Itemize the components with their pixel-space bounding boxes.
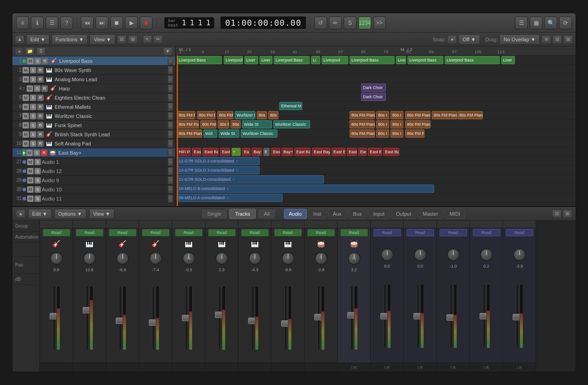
clip-eb-east-b[interactable]: East B bbox=[220, 148, 230, 156]
functions-menu[interactable]: Functions ▼ bbox=[51, 34, 88, 45]
clip-fm-bass-8[interactable]: 80s FM Piano bbox=[405, 120, 430, 128]
clip-fm-lead-5[interactable]: 80s FM Pia bbox=[405, 129, 424, 138]
clip-fm-bass-7[interactable]: 80s I bbox=[390, 120, 403, 128]
cycle-button[interactable]: ↺ bbox=[314, 17, 327, 29]
type-tab-inst[interactable]: Inst bbox=[308, 209, 327, 219]
track-row-6[interactable]: 6 M S R 🎹 Ethereal Mallets ○ bbox=[12, 102, 175, 112]
clip-liverpool-1[interactable]: Liverpool Bass bbox=[177, 56, 222, 64]
snap-value[interactable]: Off ▼ bbox=[458, 34, 480, 45]
overview-button[interactable]: ≡ bbox=[16, 17, 29, 29]
track-settings-button[interactable]: ▼ bbox=[163, 47, 172, 56]
link-button[interactable]: ⊞ bbox=[564, 35, 573, 44]
more-button[interactable]: >> bbox=[373, 17, 386, 29]
consolidated-clip-2[interactable]: 13-GTR SOLO 3-consolidated ○ bbox=[177, 166, 260, 174]
clip-fm-6[interactable]: 80s FM Piano bbox=[350, 111, 375, 119]
track-row-31[interactable]: 31 M S Audio 11 ○ bbox=[12, 194, 175, 203]
clip-eb-ea[interactable]: Ea bbox=[242, 148, 250, 156]
solo-btn-1[interactable]: S bbox=[34, 58, 41, 64]
clip-liverpool-4[interactable]: Liver bbox=[260, 56, 272, 64]
layout-btn-2[interactable]: ⊞ bbox=[563, 210, 572, 218]
type-tab-input[interactable]: Input bbox=[368, 209, 390, 219]
track-settings-9[interactable]: ○ bbox=[168, 130, 173, 139]
fader-track-9[interactable] bbox=[317, 286, 320, 350]
score-button[interactable]: 1234 bbox=[358, 17, 371, 29]
mute-btn-4[interactable]: M bbox=[27, 85, 33, 92]
track-row-4[interactable]: 4 7 M S R 🎸 Harp ○ bbox=[12, 84, 175, 93]
record-btn-1[interactable]: R bbox=[42, 58, 48, 64]
track-row-10[interactable]: 10 M S R 🎹 Soft Analog Pad ○ bbox=[12, 139, 175, 148]
clip-liverpool-10[interactable]: Liverpool Bass bbox=[407, 56, 443, 64]
record-btn-8[interactable]: R bbox=[37, 122, 44, 128]
fader-track-3[interactable] bbox=[119, 286, 122, 350]
clip-eb-bay[interactable]: Bay+ bbox=[252, 148, 262, 156]
clip-eb-bay2[interactable]: Bay+ bbox=[282, 148, 293, 156]
clip-liverpool-6[interactable]: Li bbox=[311, 56, 320, 64]
mixer-view-menu[interactable]: View ▼ bbox=[89, 209, 115, 219]
fader-track-4[interactable] bbox=[152, 286, 155, 350]
type-tab-audio[interactable]: Audio bbox=[284, 209, 307, 219]
clip-eb-eas2[interactable]: Eas bbox=[271, 148, 280, 156]
tab-all[interactable]: All bbox=[258, 209, 275, 219]
record-btn-10[interactable]: R bbox=[37, 140, 44, 147]
track-row-1[interactable]: 1 M S R 🎸 Liverpool Bass ○ bbox=[12, 56, 175, 66]
pan-knob-14[interactable] bbox=[480, 248, 493, 261]
type-tab-output[interactable]: Output bbox=[391, 209, 416, 219]
track-row-28[interactable]: 28 M S Audio 12 ○ bbox=[12, 167, 175, 176]
clip-eb-east-bay3[interactable]: East Bay bbox=[332, 148, 345, 156]
clip-dark-choir-1[interactable]: Dark Choir bbox=[361, 84, 386, 92]
record-button[interactable]: ⏺ bbox=[140, 17, 153, 29]
solo-btn-9[interactable]: S bbox=[30, 131, 36, 138]
mute-btn-6[interactable]: M bbox=[23, 104, 29, 110]
track-row-11[interactable]: 11 ▶ M S R 🥁 East Bay+ ○ bbox=[12, 148, 175, 157]
pan-knob-1[interactable] bbox=[50, 252, 63, 265]
record-btn-9[interactable]: R bbox=[37, 131, 44, 138]
solo-btn-2[interactable]: S bbox=[30, 67, 36, 73]
pointer-tool[interactable]: ↖ bbox=[143, 35, 152, 44]
clip-fm-bass-5[interactable]: 80s FM Piano bbox=[350, 120, 375, 128]
fader-track-2[interactable] bbox=[86, 286, 89, 350]
add-folder-button[interactable]: 📁 bbox=[25, 47, 34, 56]
read-btn-13[interactable]: Read bbox=[440, 229, 467, 236]
track-settings-1[interactable]: ○ bbox=[168, 57, 173, 65]
clip-eb-eas[interactable]: Eas bbox=[192, 148, 201, 156]
zoom-out-button[interactable]: ⊟ bbox=[117, 35, 126, 44]
mute-btn-29[interactable]: M bbox=[27, 177, 34, 184]
track-settings-29[interactable]: ○ bbox=[168, 176, 173, 184]
stop-button[interactable]: ⏹ bbox=[110, 17, 123, 29]
clip-eb-plus[interactable]: + bbox=[232, 148, 241, 156]
clip-fm-lead-1[interactable]: 80s FM Piano bbox=[177, 129, 202, 138]
clip-eb-hifi[interactable]: HiFi P bbox=[177, 148, 191, 156]
clip-fm-10[interactable]: 80s FM Piano bbox=[432, 111, 457, 119]
solo-btn-8[interactable]: S bbox=[30, 122, 36, 128]
clip-ethereal-m[interactable]: Ethereal M bbox=[279, 102, 302, 110]
consolidated-clip-4[interactable]: 10-MELO B-consolidated ○ bbox=[177, 184, 434, 193]
pan-knob-2[interactable] bbox=[83, 252, 96, 265]
clip-fm-9[interactable]: 80s FM Piano bbox=[405, 111, 430, 119]
fader-track-11[interactable] bbox=[384, 284, 386, 348]
clip-liverpool-7[interactable]: Liverpool bbox=[322, 56, 348, 64]
tab-single[interactable]: Single bbox=[201, 209, 227, 219]
solo-btn-6[interactable]: S bbox=[30, 104, 36, 110]
consolidated-clip-5[interactable]: 09-MELO A-consolidated ○ bbox=[177, 194, 283, 202]
solo-btn-28[interactable]: S bbox=[34, 168, 41, 174]
clip-fm-bass-6[interactable]: 80s I bbox=[376, 120, 389, 128]
waveform-button[interactable]: ≋ bbox=[542, 35, 551, 44]
pencil-button[interactable]: ✏ bbox=[329, 17, 342, 29]
mixer-edit-menu[interactable]: Edit ▼ bbox=[28, 209, 51, 219]
pan-knob-10[interactable]: +3 bbox=[348, 252, 361, 265]
track-settings-3[interactable]: ○ bbox=[168, 75, 173, 84]
mute-btn-3[interactable]: M bbox=[23, 76, 29, 83]
layout-btn-1[interactable]: ⊟ bbox=[552, 210, 561, 218]
clip-fm-1[interactable]: 80s FM Pi bbox=[177, 111, 195, 119]
pan-knob-11[interactable] bbox=[381, 248, 394, 261]
clip-liverpool-12[interactable]: Liver bbox=[501, 56, 515, 64]
clip-eb-eas3[interactable]: Eas bbox=[358, 148, 367, 156]
s-button[interactable]: S bbox=[344, 17, 356, 29]
track-settings-8[interactable]: ○ bbox=[168, 121, 173, 129]
list-editor-button[interactable]: ☰ bbox=[515, 17, 528, 29]
mute-btn-9[interactable]: M bbox=[23, 131, 29, 138]
mute-btn-31[interactable]: M bbox=[27, 195, 34, 202]
read-btn-5[interactable]: Read bbox=[175, 229, 203, 236]
track-row-27[interactable]: 27 M S Audio 1 ○ bbox=[12, 157, 175, 167]
read-btn-2[interactable]: Read bbox=[76, 229, 103, 236]
